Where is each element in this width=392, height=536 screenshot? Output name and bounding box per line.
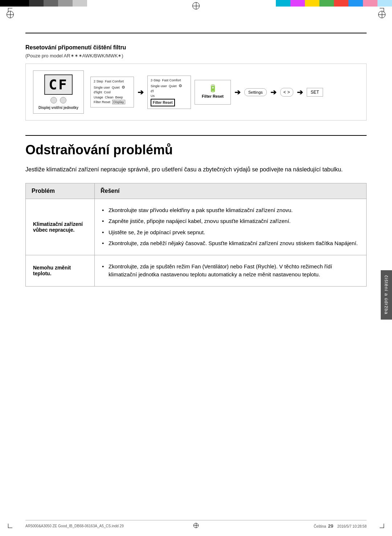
solution-item-0-2: Ujistěte se, že je odpínací prvek sepnut… bbox=[102, 227, 359, 238]
reset-section: Resetování připomenutí čištění filtru (P… bbox=[25, 44, 367, 121]
remote2-line-3: d'l bbox=[151, 89, 188, 94]
cb-green bbox=[319, 0, 334, 7]
table-row: Nemohu změnit teplotu.Zkontrolujte, zda … bbox=[26, 255, 367, 286]
cb-mid bbox=[44, 0, 58, 7]
reset-title: Resetování připomenutí čištění filtru bbox=[25, 44, 367, 51]
display-unit-label: Displej vnitřní jednotky bbox=[38, 106, 78, 110]
solution-list-1: Zkontrolujte, zda je spuštěn režim Fan (… bbox=[102, 261, 359, 280]
page-content: Resetování připomenutí čištění filtru (P… bbox=[0, 22, 392, 308]
cb-cyan bbox=[276, 0, 290, 7]
arrow-3: ➔ bbox=[270, 88, 277, 97]
remote2-line-5: Filter Reset bbox=[151, 99, 188, 106]
solution-item-1-0: Zkontrolujte, zda je spuštěn režim Fan (… bbox=[102, 261, 359, 280]
remote-panel-1: 2 Step Fast Comfort Single user Quiet ⚙ … bbox=[90, 77, 134, 107]
remote2-line-4: Us bbox=[151, 94, 188, 99]
solution-cell-0: Zkontrolujte stav přívodu elektřiny a pa… bbox=[95, 199, 367, 255]
diagram-box: CF Displej vnitřní jednotky 2 Step Fast … bbox=[25, 64, 367, 121]
battery-icon: 🔋 bbox=[208, 84, 217, 93]
nav-buttons: < > bbox=[280, 88, 293, 97]
main-title: Odstraňování problémů bbox=[25, 142, 367, 158]
problem-cell-0: Klimatizační zařízení vůbec nepracuje. bbox=[26, 199, 95, 255]
display-icons-row bbox=[38, 97, 78, 103]
cb-yellow bbox=[305, 0, 319, 7]
intro-text: Jestliže klimatizační zařízení nepracuje… bbox=[25, 165, 367, 174]
corner-mark-bl bbox=[8, 524, 12, 528]
top-divider bbox=[25, 33, 367, 33]
corner-mark-br bbox=[380, 524, 384, 528]
solution-cell-1: Zkontrolujte, zda je spuštěn režim Fan (… bbox=[95, 255, 367, 286]
remote-line-3: d'light Cool bbox=[94, 90, 131, 95]
problem-table: Problém Řešení Klimatizační zařízení vůb… bbox=[25, 183, 367, 287]
remote2-line-2: Single user Quiet ⚙ bbox=[151, 83, 188, 89]
display-unit: CF Displej vnitřní jednotky bbox=[33, 70, 84, 114]
remote-line-4: Usage Clean Beep bbox=[94, 95, 131, 100]
solution-item-0-0: Zkontrolujte stav přívodu elektřiny a pa… bbox=[102, 205, 359, 216]
remote2-line-1: 2-Step Fast Comfort bbox=[151, 78, 188, 83]
remote-line-2: Single user Quiet ⚙ bbox=[94, 84, 131, 90]
reg-mark-center-top bbox=[192, 2, 200, 11]
problem-cell-1: Nemohu změnit teplotu. bbox=[26, 255, 95, 286]
diagram-steps: 2 Step Fast Comfort Single user Quiet ⚙ … bbox=[90, 76, 323, 109]
footer-reg-mark bbox=[193, 523, 199, 529]
col-header-problem: Problém bbox=[26, 183, 95, 199]
cb-ltblue bbox=[377, 0, 392, 7]
footer-right: Čeština 29 2016/5/7 10:28:58 bbox=[314, 523, 367, 529]
remote-panel-2: 2-Step Fast Comfort Single user Quiet ⚙ … bbox=[147, 76, 191, 109]
cb-blue bbox=[348, 0, 363, 7]
cb-dark bbox=[29, 0, 44, 7]
cb-lighter bbox=[73, 0, 87, 7]
display-screen: CF bbox=[44, 74, 73, 95]
cb-space bbox=[87, 0, 276, 7]
filter-reset-highlighted: Filter Reset bbox=[151, 99, 175, 106]
filter-reset-label: Filter Reset bbox=[202, 94, 224, 98]
footer-timestamp: 2016/5/7 10:28:58 bbox=[337, 524, 367, 528]
reset-subtitle: (Pouze pro model AR✶✶✶AWK/BWK/MWK✶) bbox=[25, 53, 367, 58]
arrow-4: ➔ bbox=[297, 88, 303, 97]
reg-mark-left bbox=[7, 11, 14, 20]
nav-left: < bbox=[283, 90, 286, 95]
arrow-1: ➔ bbox=[138, 88, 144, 97]
cb-light bbox=[58, 0, 73, 7]
nav-right: > bbox=[287, 90, 290, 95]
problems-section: Odstraňování problémů Jestliže klimatiza… bbox=[25, 135, 367, 287]
page-number: 29 bbox=[328, 523, 333, 529]
cb-pink bbox=[363, 0, 377, 7]
page-footer: AR5000&A3050 ZE Good_IB_DB68-06163A_A5_C… bbox=[25, 520, 367, 529]
solution-item-0-1: Zapněte jističe, připojte napájecí kabel… bbox=[102, 216, 359, 227]
table-row: Klimatizační zařízení vůbec nepracuje.Zk… bbox=[26, 199, 367, 255]
filter-reset-box: 🔋 Filter Reset bbox=[195, 80, 231, 105]
remote-line-1: 2 Step Fast Comfort bbox=[94, 79, 131, 84]
cb-red bbox=[334, 0, 348, 7]
footer-left: AR5000&A3050 ZE Good_IB_DB68-06163A_A5_C… bbox=[25, 524, 124, 528]
remote-line-5: Filter Reset Display bbox=[94, 100, 131, 105]
reg-mark-right bbox=[378, 11, 385, 20]
cb-magenta bbox=[290, 0, 305, 7]
solution-list-0: Zkontrolujte stav přívodu elektřiny a pa… bbox=[102, 205, 359, 249]
set-button: SET bbox=[307, 88, 323, 97]
solution-item-0-3: Zkontrolujte, zda neběží nějaký časovač.… bbox=[102, 238, 359, 249]
disp-icon-2 bbox=[60, 97, 66, 103]
settings-button: Settings bbox=[244, 88, 267, 96]
language-label: Čeština bbox=[314, 524, 326, 528]
section-divider bbox=[25, 135, 367, 136]
disp-icon-1 bbox=[50, 97, 57, 103]
cb-black bbox=[0, 0, 29, 7]
col-header-solution: Řešení bbox=[95, 183, 367, 199]
arrow-2: ➔ bbox=[234, 88, 241, 97]
